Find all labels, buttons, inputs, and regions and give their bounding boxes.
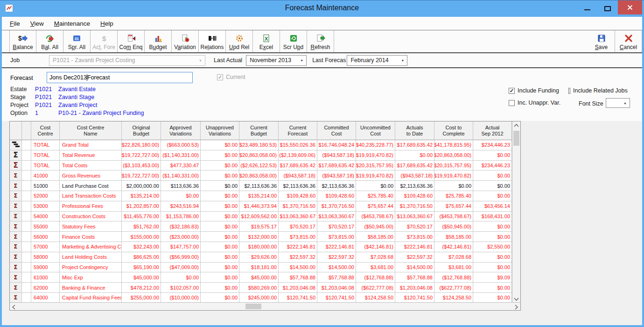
menu-maintenance[interactable]: Maintenance: [49, 18, 95, 29]
toolbar-button-balance[interactable]: $Balance: [9, 30, 36, 52]
row-select-cell[interactable]: [22, 161, 31, 171]
cost-to-complete-cell: $58,185.00: [434, 232, 473, 242]
column-header-uncommitted-cost[interactable]: UncommittedCost: [356, 121, 395, 140]
row-summary-button[interactable]: Σ: [10, 252, 22, 263]
cost-centre-name-cell: Construction Costs: [60, 212, 122, 222]
grid-row: Σ62000Banking & Finance$478,212.00$102,0…: [10, 283, 512, 293]
row-select-cell[interactable]: [22, 252, 31, 263]
row-select-cell[interactable]: [22, 283, 31, 293]
close-button[interactable]: [618, 0, 642, 14]
horizontal-scroll-thumb[interactable]: [245, 304, 261, 309]
toolbar-button-bal-all[interactable]: Bal. All: [36, 30, 63, 52]
row-summary-button[interactable]: Σ: [10, 242, 22, 252]
column-header-current-forecast[interactable]: CurrentForecast: [279, 121, 317, 140]
toolbar-button-refresh[interactable]: Refresh: [307, 30, 334, 52]
row-select-cell[interactable]: [22, 221, 31, 232]
column-header-committed-cost[interactable]: CommittedCost: [317, 121, 356, 140]
current-budget-cell: $135,214.00: [239, 191, 279, 201]
row-select-cell[interactable]: [22, 201, 31, 212]
row-summary-button[interactable]: Σ: [10, 171, 22, 181]
column-header-cost-centre-name[interactable]: Cost CentreName: [60, 121, 122, 140]
column-header-actuals-to-date[interactable]: Actualsto Date: [395, 121, 434, 140]
toolbar-button-upd-rel[interactable]: Upd Rel: [226, 30, 253, 52]
row-summary-button[interactable]: Σ: [10, 201, 22, 212]
row-select-cell[interactable]: [22, 293, 31, 303]
row-summary-button[interactable]: [10, 140, 22, 150]
uncommitted-cost-cell: ($20,315,757.95): [356, 161, 395, 171]
last-forecast-combobox[interactable]: February 2014 ▼: [347, 55, 407, 66]
include-funding-checkbox[interactable]: ✓: [509, 88, 515, 94]
menu-view[interactable]: View: [25, 18, 49, 29]
row-select-cell[interactable]: [22, 263, 31, 273]
toolbar-button-excel[interactable]: XExcel: [253, 30, 280, 52]
current-forecast-cell: $70,520.17: [279, 221, 317, 232]
scroll-right-icon[interactable]: [515, 305, 518, 310]
toolbar-button-cancel[interactable]: Cancel: [615, 30, 642, 52]
column-header-cost-centre[interactable]: CostCentre: [31, 121, 60, 140]
original-budget-cell: $1,202,857.00: [122, 201, 161, 212]
column-header-actual-sep-2012[interactable]: ActualSep 2012: [473, 121, 512, 140]
row-summary-button[interactable]: Σ: [10, 232, 22, 242]
menu-help[interactable]: Help: [95, 18, 119, 29]
row-select-cell[interactable]: [22, 181, 31, 191]
row-summary-button[interactable]: Σ: [10, 150, 22, 161]
current-forecast-cell: $57,768.88: [279, 272, 317, 283]
toolbar-button-variation[interactable]: Variation: [172, 30, 199, 52]
include-related-jobs-checkbox[interactable]: [568, 88, 570, 94]
current-budget-cell: ($2,626,122.53): [239, 161, 279, 171]
last-actual-combobox[interactable]: November 2013 ▼: [246, 55, 307, 66]
toolbar-button-budget[interactable]: Budget: [145, 30, 172, 52]
forecast-name-input[interactable]: Jons Dec2013Forecast: [47, 72, 193, 83]
row-summary-button[interactable]: Σ: [10, 272, 22, 283]
minimize-button[interactable]: [577, 0, 597, 14]
row-select-cell[interactable]: [22, 171, 31, 181]
row-select-cell[interactable]: [22, 140, 31, 150]
column-header-original-budget[interactable]: OriginalBudget: [122, 121, 161, 140]
column-header-unapproved-variations[interactable]: UnapprovedVariations: [201, 121, 239, 140]
current-budget-cell: ($20,863,058.00): [239, 150, 279, 161]
maximize-button[interactable]: [597, 0, 618, 14]
row-summary-button[interactable]: Σ: [10, 181, 22, 191]
row-summary-button[interactable]: Σ: [10, 221, 22, 232]
row-select-cell[interactable]: [22, 272, 31, 283]
cost-centre-name-cell: Grand Total: [60, 140, 122, 150]
row-summary-button[interactable]: Σ: [10, 293, 22, 303]
row-summary-button[interactable]: Σ: [10, 212, 22, 222]
row-summary-button[interactable]: Σ: [10, 263, 22, 273]
maximize-icon: [604, 6, 611, 11]
column-header-approved-variations[interactable]: ApprovedVariations: [161, 121, 201, 140]
row-select-cell[interactable]: [22, 150, 31, 161]
row-select-cell[interactable]: [22, 191, 31, 201]
menu-file[interactable]: File: [5, 18, 25, 29]
toolbar-button-spr-all[interactable]: 31Spr. All: [63, 30, 91, 52]
vertical-scrollbar[interactable]: [512, 121, 520, 303]
row-select-cell[interactable]: [22, 242, 31, 252]
approved-variations-cell: $113,636.36: [161, 181, 201, 191]
inc-unappr-var-checkbox[interactable]: [509, 100, 515, 106]
row-summary-button[interactable]: Σ: [10, 161, 22, 171]
font-size-combobox[interactable]: ▼: [606, 98, 630, 108]
column-header-current-budget[interactable]: CurrentBudget: [239, 121, 279, 140]
scroll-up-icon[interactable]: [514, 124, 519, 127]
horizontal-scrollbar[interactable]: [10, 302, 520, 310]
current-forecast-cell: $120,741.50: [279, 293, 317, 303]
scroll-down-icon[interactable]: [514, 298, 519, 301]
row-select-cell[interactable]: [22, 212, 31, 222]
scroll-left-icon[interactable]: [12, 305, 15, 310]
toolbar-button-relations[interactable]: Relations: [199, 30, 226, 52]
approved-variations-cell: $0.00: [161, 272, 201, 283]
approved-variations-cell: ($23,000.00): [161, 232, 201, 242]
unapproved-variations-cell: $0.00: [201, 181, 239, 191]
chevron-down-icon: ▼: [300, 59, 303, 62]
toolbar-button-save[interactable]: Save: [588, 30, 615, 52]
row-summary-button[interactable]: Σ: [10, 283, 22, 293]
column-header-cost-to-complete[interactable]: Cost toComplete: [434, 121, 473, 140]
toolbar-button-com-enq[interactable]: Com Enq: [118, 30, 145, 52]
vertical-scroll-thumb[interactable]: [513, 131, 519, 146]
row-select-cell[interactable]: [22, 232, 31, 242]
uncommitted-cost-cell: ($42,146.81): [356, 242, 395, 252]
row-summary-button[interactable]: Σ: [10, 191, 22, 201]
cost-centre-name-cell: Project Contingency: [60, 263, 122, 273]
original-budget-cell: $65,190.00: [122, 263, 161, 273]
toolbar-button-scr-upd[interactable]: Scr Upd: [280, 30, 307, 52]
